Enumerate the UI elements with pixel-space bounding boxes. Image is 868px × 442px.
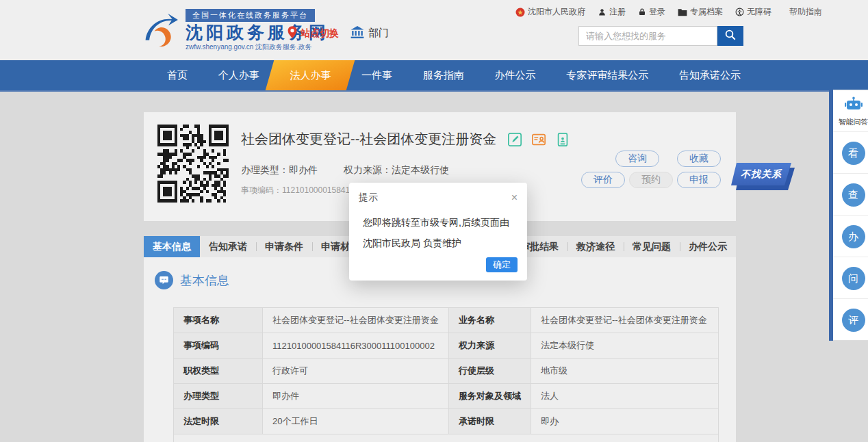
confirm-button[interactable]: 确定 <box>486 257 518 272</box>
top-links: 沈阳市人民政府 注册 登录 专属档案 <box>515 6 822 18</box>
logo-mark-icon <box>140 11 179 49</box>
sidebar-item-smart-qa[interactable]: 智能问答 <box>833 90 868 132</box>
sidebar-item-handle[interactable]: 办 <box>833 216 868 257</box>
favorite-button[interactable]: 收藏 <box>677 151 721 167</box>
table-row: 事项编码 11210100001584116R300011100100002 权… <box>174 333 718 359</box>
archive-link[interactable]: 专属档案 <box>678 6 723 18</box>
close-icon[interactable]: × <box>511 192 518 203</box>
register-link[interactable]: 注册 <box>598 6 626 18</box>
qr-code <box>157 125 229 203</box>
table-row: 办理类型 即办件 服务对象及领域 法人 <box>174 384 718 409</box>
help-guide-link[interactable]: 帮助指南 <box>789 6 822 18</box>
tab-notification-commitment[interactable]: 告知承诺 <box>200 236 256 257</box>
service-meta: 办理类型：即办件 权力来源：法定本级行使 <box>241 164 449 177</box>
location-pin-icon <box>288 26 297 40</box>
sidebar-item-look[interactable]: 看 <box>833 132 868 174</box>
table-row: 职权类型 行政许可 行使层级 地市级 <box>174 359 718 384</box>
hero-actions: 咨询 收藏 评价 预约 申报 <box>581 151 721 188</box>
sidebar-item-ask[interactable]: 问 <box>833 257 868 299</box>
accessibility-icon <box>735 8 744 16</box>
tab-relief-channel[interactable]: 救济途径 <box>567 236 624 257</box>
gov-portal-link[interactable]: 沈阳市人民政府 <box>515 6 585 18</box>
table-row-legal: 【法律】《中华人民共和国慈善法》第十条第一款 设立慈善组织，应当向县级以上人民政… <box>174 434 718 442</box>
search-button[interactable] <box>717 26 743 46</box>
tab-case-publicity[interactable]: 办件公示 <box>680 236 736 257</box>
nav-item-one-thing[interactable]: 一件事 <box>357 60 396 90</box>
tab-faq[interactable]: 常见问题 <box>624 236 680 257</box>
national-emblem-icon <box>515 8 525 17</box>
redirect-notice-dialog: 提示 × 您即将跳转至市级专网,后续页面由 沈阳市民政局 负责维护 确定 <box>349 183 527 281</box>
dialog-title: 提示 <box>359 192 378 204</box>
no-connections-badge[interactable]: 不找关系 <box>731 163 797 192</box>
tab-application-conditions[interactable]: 申请条件 <box>256 236 312 257</box>
mobile-icon[interactable] <box>555 132 570 147</box>
logo-banner: 全国一体化在线政务服务平台 <box>186 9 315 22</box>
reserve-button[interactable]: 预约 <box>629 172 673 188</box>
bank-icon <box>350 26 364 40</box>
chat-bubble-icon <box>155 271 173 289</box>
login-link[interactable]: 登录 <box>638 6 665 18</box>
nav-item-legal-person[interactable]: 法人办事 <box>285 60 335 90</box>
basic-info-section: 基本信息 事项名称 社会团体变更登记--社会团体变更注册资金 业务名称 社会团体… <box>144 257 736 442</box>
section-title: 基本信息 <box>180 272 229 289</box>
nav-item-expert-review[interactable]: 专家评审结果公示 <box>562 60 652 90</box>
handle-type-value: 即办件 <box>289 164 318 175</box>
nav-item-home[interactable]: 首页 <box>163 60 192 90</box>
nav-item-service-guide[interactable]: 服务指南 <box>419 60 468 90</box>
floating-sidebar: 智能问答 看 查 办 问 评 <box>829 90 868 341</box>
department-link[interactable]: 部门 <box>350 26 389 40</box>
site-switch-link[interactable]: 站点切换 <box>288 26 339 40</box>
legal-basis-text: 【法律】《中华人民共和国慈善法》第十条第一款 设立慈善组织，应当向县级以上人民政… <box>174 434 718 442</box>
sidebar-item-search[interactable]: 查 <box>833 174 868 216</box>
sidebar-item-rate[interactable]: 评 <box>833 299 868 340</box>
table-row: 法定时限 20个工作日 承诺时限 即办 <box>174 409 718 434</box>
accessibility-link[interactable]: 无障碍 <box>735 6 771 18</box>
folder-icon <box>678 8 687 16</box>
power-source-value: 法定本级行使 <box>392 164 449 175</box>
basic-info-table: 事项名称 社会团体变更登记--社会团体变更注册资金 业务名称 社会团体变更登记-… <box>173 307 719 442</box>
table-row: 事项名称 社会团体变更登记--社会团体变更注册资金 业务名称 社会团体变更登记-… <box>174 308 718 333</box>
apply-button[interactable]: 申报 <box>677 172 721 188</box>
search-icon <box>724 29 737 43</box>
user-icon <box>598 8 607 16</box>
service-title: 社会团体变更登记--社会团体变更注册资金 <box>241 130 496 148</box>
evaluate-button[interactable]: 评价 <box>581 172 625 188</box>
site-subtitle: zwfw.shenyang.gov.cn 沈阳政务服务.政务 <box>186 42 329 52</box>
consult-button[interactable]: 咨询 <box>615 151 659 167</box>
page: 全国一体化在线政务服务平台 沈阳政务服务网 zwfw.shenyang.gov.… <box>0 0 868 442</box>
search-input[interactable] <box>578 26 717 46</box>
nav-item-personal[interactable]: 个人办事 <box>214 60 264 90</box>
id-card-icon[interactable] <box>531 132 546 147</box>
tab-basic-info[interactable]: 基本信息 <box>144 236 200 257</box>
main-nav: 首页 个人办事 法人办事 一件事 服务指南 办件公示 专家评审结果公示 告知承诺… <box>0 60 868 92</box>
service-search <box>578 26 743 46</box>
nav-item-notification-commitment[interactable]: 告知承诺公示 <box>675 60 745 90</box>
robot-icon <box>845 96 863 115</box>
edit-icon[interactable] <box>507 132 522 147</box>
lock-icon <box>638 8 646 16</box>
dialog-message: 您即将跳转至市级专网,后续页面由 沈阳市民政局 负责维护 <box>349 207 527 253</box>
header: 全国一体化在线政务服务平台 沈阳政务服务网 zwfw.shenyang.gov.… <box>0 0 868 60</box>
nav-item-case-publicity[interactable]: 办件公示 <box>491 60 540 90</box>
